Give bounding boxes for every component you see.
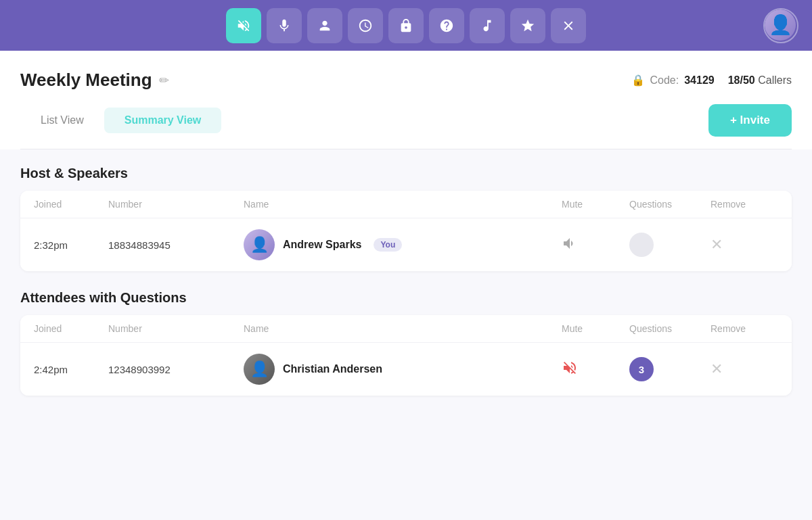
- phone-number: 12348903992: [108, 364, 244, 375]
- code-info: 🔒 Code: 34129: [631, 74, 715, 87]
- joined-time: 2:32pm: [34, 239, 108, 251]
- content-area: Host & Speakers Joined Number Name Mute …: [0, 149, 812, 520]
- host-table: Joined Number Name Mute Questions Remove…: [20, 191, 792, 271]
- edit-icon[interactable]: ✏: [159, 73, 169, 88]
- music-button[interactable]: [470, 8, 505, 43]
- muted-icon[interactable]: [562, 360, 578, 379]
- mute-button[interactable]: [226, 8, 261, 43]
- questions-cell: [629, 233, 710, 257]
- close-button[interactable]: [551, 8, 586, 43]
- attendees-section-title: Attendees with Questions: [20, 290, 792, 306]
- meeting-title-text: Weekly Meeting: [20, 70, 152, 91]
- mic-button[interactable]: [267, 8, 302, 43]
- toolbar-icons: [226, 8, 586, 43]
- header-right: 🔒 Code: 34129 18/50 Callers: [631, 74, 792, 87]
- header-section: Weekly Meeting ✏ 🔒 Code: 34129 18/50 Cal…: [0, 51, 812, 149]
- col-questions-att: Questions: [629, 323, 710, 334]
- col-remove-att: Remove: [710, 323, 778, 334]
- col-name-att: Name: [244, 323, 562, 334]
- col-name-host: Name: [244, 199, 562, 210]
- clock-button[interactable]: [348, 8, 383, 43]
- attendees-table: Joined Number Name Mute Questions Remove…: [20, 315, 792, 396]
- col-remove-host: Remove: [710, 199, 778, 210]
- joined-time: 2:42pm: [34, 364, 108, 375]
- questions-cell: 3: [629, 357, 710, 381]
- attendee-name: Christian Andersen: [283, 363, 382, 375]
- tabs: List View Summary View: [20, 108, 221, 133]
- col-questions-host: Questions: [629, 199, 710, 210]
- main-content: Weekly Meeting ✏ 🔒 Code: 34129 18/50 Cal…: [0, 51, 812, 520]
- remove-cell: ✕: [710, 362, 778, 377]
- mute-cell: [562, 360, 629, 379]
- mute-cell: [562, 235, 629, 255]
- questions-empty: [629, 233, 654, 257]
- table-row: 2:32pm 18834883945 👤 Andrew Sparks You: [20, 218, 792, 271]
- remove-button[interactable]: ✕: [710, 362, 723, 377]
- meeting-title: Weekly Meeting ✏: [20, 70, 169, 91]
- speaker-name: Andrew Sparks: [283, 239, 361, 251]
- question-button[interactable]: [429, 8, 464, 43]
- tabs-row: List View Summary View + Invite: [20, 104, 792, 137]
- col-mute-host: Mute: [562, 199, 629, 210]
- host-section: Host & Speakers Joined Number Name Mute …: [20, 166, 792, 271]
- col-number-host: Number: [108, 199, 244, 210]
- name-cell: 👤 Christian Andersen: [244, 354, 562, 385]
- you-badge: You: [374, 238, 402, 252]
- tab-summary-view[interactable]: Summary View: [104, 108, 222, 133]
- remove-cell: ✕: [710, 237, 778, 252]
- col-joined-att: Joined: [34, 323, 108, 334]
- invite-button[interactable]: + Invite: [708, 104, 792, 137]
- col-joined-host: Joined: [34, 199, 108, 210]
- star-button[interactable]: [510, 8, 545, 43]
- volume-icon[interactable]: [562, 235, 578, 255]
- person-button[interactable]: [307, 8, 342, 43]
- lock-button[interactable]: [388, 8, 424, 43]
- table-row: 2:42pm 12348903992 👤 Christian Andersen: [20, 342, 792, 396]
- host-table-header: Joined Number Name Mute Questions Remove: [20, 191, 792, 218]
- header-top: Weekly Meeting ✏ 🔒 Code: 34129 18/50 Cal…: [20, 70, 792, 91]
- avatar: 👤: [244, 354, 275, 385]
- phone-number: 18834883945: [108, 239, 244, 251]
- code-number: 34129: [684, 74, 715, 87]
- avatar[interactable]: 👤: [763, 8, 798, 43]
- lock-small-icon: 🔒: [631, 74, 645, 87]
- tab-list-view[interactable]: List View: [20, 108, 104, 133]
- attendees-table-header: Joined Number Name Mute Questions Remove: [20, 315, 792, 342]
- toolbar: 👤: [0, 0, 812, 51]
- attendees-section: Attendees with Questions Joined Number N…: [20, 290, 792, 396]
- host-section-title: Host & Speakers: [20, 166, 792, 181]
- callers-label: Callers: [758, 74, 792, 86]
- avatar: 👤: [244, 229, 275, 260]
- questions-count: 3: [629, 357, 654, 381]
- remove-button[interactable]: ✕: [710, 237, 723, 252]
- code-label: Code:: [650, 74, 679, 87]
- col-mute-att: Mute: [562, 323, 629, 334]
- callers-info: 18/50 Callers: [728, 74, 792, 87]
- name-cell: 👤 Andrew Sparks You: [244, 229, 562, 260]
- callers-count: 18/50: [728, 74, 755, 86]
- col-number-att: Number: [108, 323, 244, 334]
